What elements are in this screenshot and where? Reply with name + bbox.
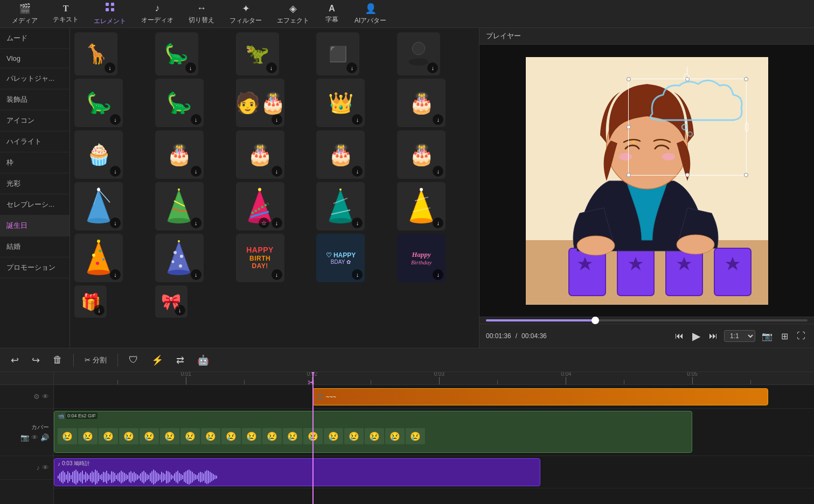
element-item[interactable]: ☆ ↓ xyxy=(236,182,284,230)
download-btn[interactable]: ↓ xyxy=(110,218,121,228)
sidebar-item-highlight[interactable]: ハイライト xyxy=(0,131,69,152)
download-btn[interactable]: ↓ xyxy=(272,166,282,177)
download-btn[interactable]: ↓ xyxy=(433,166,443,177)
swap-btn[interactable]: ⇄ xyxy=(172,352,189,368)
element-item[interactable]: ↓ xyxy=(74,182,123,230)
sidebar-item-frame[interactable]: 枠 xyxy=(0,152,69,173)
element-item[interactable]: 🎁↓ xyxy=(74,285,107,318)
download-btn[interactable]: ↓ xyxy=(433,218,443,228)
ai-btn[interactable]: 🤖 xyxy=(193,352,213,368)
music-note-icon[interactable]: ♪ xyxy=(37,464,40,472)
sidebar-item-mood[interactable]: ムード xyxy=(0,28,69,49)
eye-icon2[interactable]: 👁 xyxy=(31,433,38,442)
element-item[interactable]: ↓ xyxy=(397,32,440,75)
element-item[interactable]: 🎂↓ xyxy=(397,79,446,127)
sidebar-item-birthday[interactable]: 誕生日 xyxy=(0,215,69,236)
download-btn[interactable]: ↓ xyxy=(191,166,201,177)
element-item[interactable]: 🦖↓ xyxy=(236,32,279,75)
download-btn[interactable]: ↓ xyxy=(427,62,438,73)
audio-clip[interactable]: ♪ 0:03 鳩時計 xyxy=(54,458,540,486)
element-item[interactable]: 🦒↓ xyxy=(74,32,117,75)
gear-icon[interactable]: ⚙ xyxy=(33,393,40,401)
eye-icon3[interactable]: 👁 xyxy=(42,464,49,472)
progress-bar[interactable] xyxy=(486,319,808,321)
prev-frame-btn[interactable]: ⏮ xyxy=(673,329,686,343)
toolbar-subtitle[interactable]: A 字幕 xyxy=(317,2,347,26)
download-btn[interactable]: ↓ xyxy=(272,269,282,280)
element-item[interactable]: Happy Birthday ↓ xyxy=(397,234,446,282)
download-btn[interactable]: ↓ xyxy=(94,305,105,316)
element-item[interactable]: 👑↓ xyxy=(316,79,365,127)
sidebar-item-wedding[interactable]: 結婚 xyxy=(0,236,69,257)
element-item[interactable]: ♡ HAPPY BDAY ✿ ↓ xyxy=(316,234,365,282)
sidebar-item-glow[interactable]: 光彩 xyxy=(0,173,69,194)
delete-btn[interactable]: 🗑 xyxy=(48,352,67,368)
element-item[interactable]: 🎂↓ xyxy=(397,130,446,179)
toolbar-element[interactable]: エレメント xyxy=(86,0,134,28)
element-item[interactable]: 🦕↓ xyxy=(74,79,123,127)
download-btn[interactable]: ↓ xyxy=(352,218,363,228)
element-item[interactable]: ↓ xyxy=(155,182,204,230)
element-item[interactable]: ↓ xyxy=(74,234,123,282)
ratio-select[interactable]: 1:1 16:9 9:16 xyxy=(724,330,755,342)
speed-btn[interactable]: ⚡ xyxy=(147,352,168,368)
element-item[interactable]: 🎂↓ xyxy=(316,130,365,179)
toolbar-effect[interactable]: ◈ エフェクト xyxy=(269,1,317,27)
element-item[interactable]: 🧁↓ xyxy=(74,130,123,179)
download-btn[interactable]: ↓ xyxy=(175,305,185,316)
sidebar-item-vlog[interactable]: Vlog xyxy=(0,49,69,68)
download-btn[interactable]: ↓ xyxy=(185,62,196,73)
layout-btn[interactable]: ⊞ xyxy=(779,329,790,344)
toolbar-transition[interactable]: ↔ 切り替え xyxy=(181,1,222,27)
star-btn[interactable]: ☆ xyxy=(259,218,269,228)
undo-btn[interactable]: ↩ xyxy=(6,352,23,368)
download-btn[interactable]: ↓ xyxy=(191,218,201,228)
sidebar-item-promotion[interactable]: プロモーション xyxy=(0,257,69,278)
sidebar-item-celebration[interactable]: セレブレーシ... xyxy=(0,194,69,215)
protect-btn[interactable]: 🛡 xyxy=(124,352,143,368)
download-btn[interactable]: ↓ xyxy=(352,166,363,177)
download-btn[interactable]: ↓ xyxy=(110,114,121,125)
sidebar-item-icon[interactable]: アイコン xyxy=(0,110,69,131)
progress-thumb[interactable] xyxy=(592,317,599,324)
download-btn[interactable]: ↓ xyxy=(266,62,277,73)
toolbar-audio[interactable]: ♪ オーディオ xyxy=(134,1,181,27)
video-clip[interactable]: 📹 0:04 Es2 GIF 😢 😢 😢 😢 😢 😢 😢 xyxy=(54,411,692,453)
fullscreen-btn[interactable]: ⛶ xyxy=(795,329,808,343)
sidebar-item-decoration[interactable]: 装飾品 xyxy=(0,89,69,110)
element-item[interactable]: ↓ xyxy=(316,182,365,230)
download-btn[interactable]: ↓ xyxy=(433,114,443,125)
screenshot-btn[interactable]: 📷 xyxy=(760,329,775,344)
camera-icon[interactable]: 📷 xyxy=(20,433,29,442)
element-item[interactable]: 🎀↓ xyxy=(155,285,187,318)
toolbar-text[interactable]: T テキスト xyxy=(45,2,86,26)
element-item[interactable]: 🎂↓ xyxy=(236,130,284,179)
element-item[interactable]: ↓ xyxy=(397,182,446,230)
sidebar-item-palette[interactable]: パレットジャ... xyxy=(0,68,69,89)
download-btn[interactable]: ↓ xyxy=(433,269,443,280)
download-btn[interactable]: ↓ xyxy=(110,269,121,280)
next-frame-btn[interactable]: ⏭ xyxy=(707,329,720,343)
download-btn[interactable]: ↓ xyxy=(352,269,363,280)
download-btn[interactable]: ↓ xyxy=(272,218,282,228)
play-pause-btn[interactable]: ▶ xyxy=(690,327,702,345)
element-item[interactable]: ⬛↓ xyxy=(316,32,359,75)
redo-btn[interactable]: ↪ xyxy=(27,352,44,368)
element-clip[interactable]: 🎵 ~~~ xyxy=(312,388,769,405)
cloud-sketch-overlay[interactable] xyxy=(642,76,749,142)
element-item[interactable]: 🎂↓ xyxy=(155,130,204,179)
element-item[interactable]: 🦕↓ xyxy=(155,79,204,127)
element-item[interactable]: 🧑‍🎂↓ xyxy=(236,79,284,127)
download-btn[interactable]: ↓ xyxy=(352,114,363,125)
element-item[interactable]: 🦕↓ xyxy=(155,32,198,75)
eye-icon[interactable]: 👁 xyxy=(42,393,49,401)
toolbar-ai-avatar[interactable]: 👤 AIアバター xyxy=(347,1,394,27)
download-btn[interactable]: ↓ xyxy=(346,62,357,73)
download-btn[interactable]: ↓ xyxy=(105,62,115,73)
audio-icon2[interactable]: 🔊 xyxy=(40,433,49,442)
toolbar-media[interactable]: 🎬 メディア xyxy=(4,1,45,27)
split-btn[interactable]: ✂ 分割 xyxy=(80,353,111,367)
element-item[interactable]: HAPPY BIRTH DAY! ↓ xyxy=(236,234,284,282)
download-btn[interactable]: ↓ xyxy=(191,269,201,280)
download-btn[interactable]: ↓ xyxy=(110,166,121,177)
